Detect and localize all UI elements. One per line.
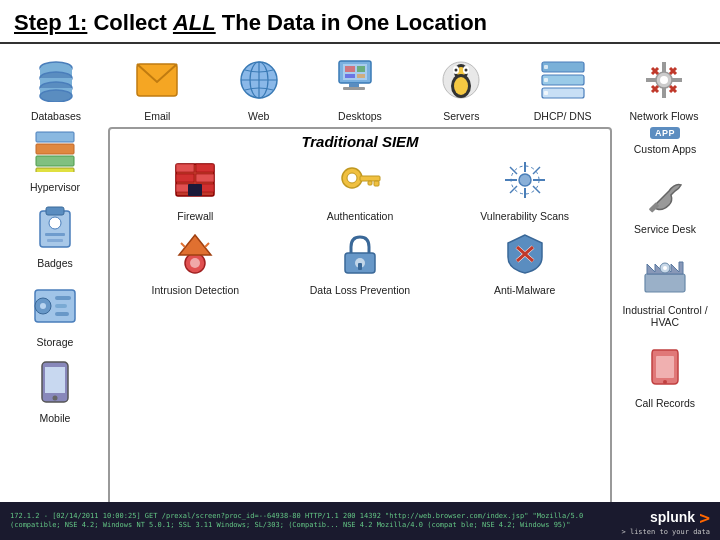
svg-line-93 — [181, 243, 185, 247]
badges-label: Badges — [37, 257, 73, 270]
svg-rect-17 — [357, 74, 365, 78]
svg-rect-34 — [544, 91, 548, 95]
svg-rect-61 — [55, 296, 71, 300]
svg-line-85 — [510, 167, 517, 174]
icon-storage: Storage — [10, 282, 100, 349]
svg-rect-51 — [36, 156, 74, 166]
icon-network-flows: Network Flows — [624, 56, 704, 123]
svg-rect-16 — [345, 74, 355, 78]
svg-rect-69 — [196, 164, 214, 172]
svg-rect-57 — [47, 239, 63, 242]
firewall-label: Firewall — [177, 210, 213, 223]
vulnerability-icon — [501, 156, 549, 204]
siem-box: Traditional SIEM — [108, 127, 612, 530]
database-icon — [32, 56, 80, 104]
custom-apps-label: Custom Apps — [634, 143, 696, 156]
svg-point-76 — [347, 173, 357, 183]
icon-mobile: Mobile — [10, 358, 100, 425]
icon-servers: Servers — [421, 56, 501, 123]
svg-rect-49 — [36, 132, 74, 142]
icon-email: Email — [117, 56, 197, 123]
siem-grid: Firewall Authentication — [116, 156, 604, 297]
svg-rect-107 — [656, 356, 674, 378]
svg-line-87 — [510, 186, 517, 193]
siem-title: Traditional SIEM — [116, 133, 604, 150]
svg-rect-54 — [46, 207, 64, 215]
siem-authentication: Authentication — [281, 156, 440, 223]
svg-point-106 — [663, 266, 667, 270]
siem-vulnerability: Vulnerability Scans — [445, 156, 604, 223]
icon-dhcp-dns: DHCP/ DNS — [523, 56, 603, 123]
icon-service-desk: Service Desk — [620, 169, 710, 236]
svg-rect-97 — [358, 263, 362, 270]
malware-icon — [501, 230, 549, 278]
icon-badges: Badges — [10, 203, 100, 270]
svg-rect-74 — [188, 184, 202, 196]
svg-point-27 — [455, 69, 458, 72]
icon-desktops: Desktops — [320, 56, 400, 123]
svg-rect-103 — [645, 274, 685, 292]
industrial-label: Industrial Control / HVAC — [620, 304, 710, 329]
hypervisor-label: Hypervisor — [30, 181, 80, 194]
svg-rect-79 — [368, 181, 372, 185]
svg-rect-15 — [357, 66, 365, 72]
icon-custom-apps: APP Custom Apps — [620, 127, 710, 156]
siem-intrusion: Intrusion Detection — [116, 230, 275, 297]
right-column: APP Custom Apps Service Desk — [620, 127, 710, 530]
dhcp-icon — [539, 56, 587, 104]
web-label: Web — [248, 110, 269, 123]
svg-rect-30 — [544, 65, 548, 69]
svg-line-86 — [533, 167, 540, 174]
svg-rect-68 — [176, 164, 194, 172]
left-column: Hypervisor Badges — [10, 127, 100, 530]
server-icon — [437, 56, 485, 104]
icon-hypervisor: Hypervisor — [10, 127, 100, 194]
email-icon — [133, 56, 181, 104]
intrusion-label: Intrusion Detection — [152, 284, 240, 297]
svg-point-80 — [519, 174, 531, 186]
svg-rect-52 — [36, 168, 74, 172]
svg-point-36 — [660, 76, 668, 84]
svg-point-6 — [40, 90, 72, 102]
malware-label: Anti-Malware — [494, 284, 555, 297]
service-desk-icon — [641, 169, 689, 217]
svg-rect-63 — [55, 312, 69, 316]
title-bar: Step 1: Collect ALL The Data in One Loca… — [0, 0, 720, 44]
network-icon — [640, 56, 688, 104]
top-icons-row: Databases Email — [10, 50, 710, 127]
page-title: Step 1: Collect ALL The Data in One Loca… — [14, 10, 706, 36]
svg-rect-50 — [36, 144, 74, 154]
svg-point-66 — [53, 396, 58, 401]
svg-rect-19 — [343, 87, 365, 90]
svg-line-94 — [205, 243, 209, 247]
intrusion-icon — [171, 230, 219, 278]
web-icon — [235, 56, 283, 104]
svg-rect-70 — [176, 174, 194, 182]
svg-line-88 — [533, 186, 540, 193]
dlp-icon — [336, 230, 384, 278]
hypervisor-icon — [31, 127, 79, 175]
svg-rect-77 — [360, 176, 380, 181]
mobile-label: Mobile — [40, 412, 71, 425]
svg-point-28 — [465, 69, 468, 72]
svg-rect-65 — [45, 367, 65, 393]
vulnerability-label: Vulnerability Scans — [480, 210, 569, 223]
databases-label: Databases — [31, 110, 81, 123]
splunk-logo: splunk> — [650, 507, 710, 528]
firewall-icon — [171, 156, 219, 204]
email-label: Email — [144, 110, 170, 123]
siem-firewall: Firewall — [116, 156, 275, 223]
svg-rect-71 — [196, 174, 214, 182]
storage-icon — [31, 282, 79, 330]
call-records-icon — [641, 343, 689, 391]
title-rest: The Data in One Location — [216, 10, 487, 35]
step-label: Step 1: — [14, 10, 87, 35]
servers-label: Servers — [443, 110, 479, 123]
svg-rect-14 — [345, 66, 355, 72]
svg-rect-18 — [349, 83, 359, 87]
footer-log-text: 172.1.2 - [02/14/2011 10:00:25] GET /pre… — [10, 512, 590, 530]
icon-call-records: Call Records — [620, 343, 710, 410]
authentication-label: Authentication — [327, 210, 394, 223]
siem-dlp: Data Loss Prevention — [281, 230, 440, 297]
svg-rect-32 — [544, 78, 548, 82]
